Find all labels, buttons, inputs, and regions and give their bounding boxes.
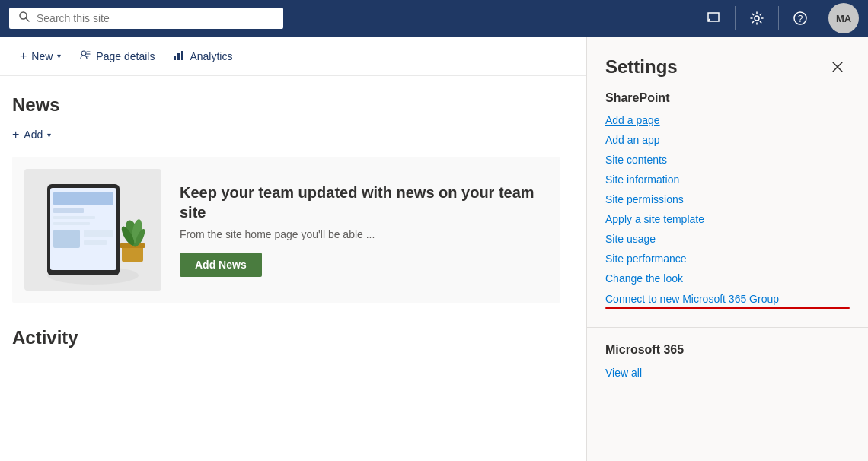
activity-title: Activity [12, 327, 574, 348]
svg-rect-16 [53, 230, 80, 248]
ms365-section: Microsoft 365 View all [587, 343, 868, 380]
user-avatar[interactable]: MA [828, 3, 859, 33]
content-area: + New ▾ Page details [0, 37, 586, 461]
news-card-description: From the site home page you'll be able .… [180, 228, 548, 240]
tablet-svg [24, 169, 161, 291]
settings-link-site-permissions[interactable]: Site permissions [605, 193, 850, 205]
main-container: + New ▾ Page details [0, 37, 868, 461]
connect-red-underline [605, 307, 850, 309]
svg-rect-8 [181, 51, 183, 60]
settings-link-add-page[interactable]: Add a page [605, 114, 850, 126]
add-label: Add [24, 129, 43, 141]
page-details-label: Page details [96, 50, 155, 62]
new-button[interactable]: + New ▾ [12, 45, 69, 68]
settings-link-site-template[interactable]: Apply a site template [605, 213, 850, 225]
settings-link-site-contents[interactable]: Site contents [605, 154, 850, 166]
news-card-title: Keep your team updated with news on your… [180, 183, 548, 222]
topbar-divider3 [822, 6, 822, 30]
topbar: ? MA [0, 0, 868, 37]
settings-link-site-information[interactable]: Site information [605, 173, 850, 186]
svg-point-5 [81, 51, 86, 56]
new-label: New [31, 50, 53, 62]
svg-point-2 [755, 16, 759, 21]
svg-line-1 [26, 18, 29, 21]
svg-rect-13 [53, 208, 84, 213]
add-plus-icon: + [12, 128, 19, 141]
settings-divider [587, 327, 868, 328]
topbar-left [9, 8, 283, 29]
svg-rect-17 [84, 230, 113, 237]
analytics-icon [173, 49, 185, 63]
settings-link-add-app[interactable]: Add an app [605, 134, 850, 146]
add-news-item-button[interactable]: + Add ▾ [12, 125, 51, 145]
ms365-view-all-link[interactable]: View all [605, 367, 642, 379]
news-card-content: Keep your team updated with news on your… [180, 183, 548, 277]
page-details-icon [79, 49, 91, 63]
svg-rect-12 [53, 192, 113, 205]
svg-rect-18 [84, 240, 107, 245]
svg-rect-6 [174, 56, 176, 60]
topbar-divider2 [778, 6, 779, 30]
svg-rect-15 [53, 222, 90, 225]
page-details-button[interactable]: Page details [72, 44, 162, 68]
topbar-divider [735, 6, 736, 30]
add-chevron-icon: ▾ [47, 131, 51, 139]
analytics-button[interactable]: Analytics [165, 44, 240, 68]
settings-panel-title: Settings [605, 56, 678, 78]
settings-link-site-performance[interactable]: Site performance [605, 253, 850, 265]
activity-section: Activity [0, 315, 586, 348]
settings-links: Add a page Add an app Site contents Site… [587, 114, 868, 312]
news-illustration [24, 169, 161, 291]
search-box[interactable] [9, 8, 283, 29]
new-chevron-icon: ▾ [57, 52, 61, 60]
toolbar: + New ▾ Page details [0, 37, 586, 76]
news-title: News [12, 94, 574, 116]
search-input[interactable] [37, 12, 274, 24]
svg-rect-14 [53, 216, 95, 219]
help-button[interactable]: ? [785, 3, 815, 33]
plus-icon: + [20, 49, 27, 63]
news-card: Keep your team updated with news on your… [12, 157, 560, 303]
settings-button[interactable] [742, 3, 772, 33]
news-section: News + Add ▾ [0, 76, 586, 315]
settings-header: Settings [587, 37, 868, 91]
settings-close-button[interactable] [825, 55, 850, 79]
settings-link-connect-ms365[interactable]: Connect to new Microsoft 365 Group [605, 293, 779, 305]
add-news-button[interactable]: Add News [180, 253, 262, 277]
settings-link-site-usage[interactable]: Site usage [605, 233, 850, 245]
sharepoint-section-title: SharePoint [587, 91, 868, 114]
svg-text:?: ? [798, 14, 803, 24]
chat-button[interactable] [698, 3, 729, 33]
search-icon [18, 11, 30, 26]
settings-panel: Settings SharePoint Add a page Add an ap… [586, 37, 868, 461]
svg-rect-7 [177, 53, 180, 60]
settings-link-change-look[interactable]: Change the look [605, 272, 850, 285]
connect-link-wrapper: Connect to new Microsoft 365 Group [605, 292, 850, 312]
ms365-title: Microsoft 365 [605, 343, 850, 357]
topbar-right: ? MA [698, 3, 859, 33]
analytics-label: Analytics [190, 50, 232, 62]
